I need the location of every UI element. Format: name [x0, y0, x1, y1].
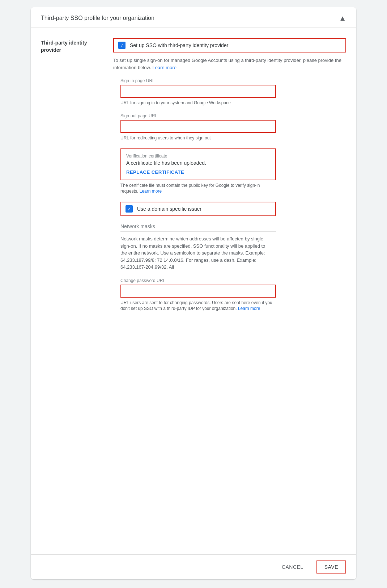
card-header: Third-party SSO profile for your organiz…	[31, 7, 356, 28]
change-password-label: Change password URL	[120, 278, 346, 283]
domain-issuer-checkbox-row[interactable]: ✓ Use a domain specific issuer	[120, 202, 276, 216]
domain-issuer-checkbox-label: Use a domain specific issuer	[137, 206, 201, 212]
collapse-icon[interactable]: ▲	[339, 14, 346, 22]
certificate-box: Verification certificate A certificate f…	[120, 148, 276, 180]
save-button[interactable]: SAVE	[316, 560, 346, 574]
change-password-url-group: Change password URL URL users are sent t…	[120, 278, 346, 312]
cert-status: A certificate file has been uploaded.	[126, 160, 270, 166]
verification-cert-group: Verification certificate A certificate f…	[120, 148, 346, 195]
field-label-text: Third-party identity provider	[41, 40, 87, 53]
domain-issuer-checkbox[interactable]: ✓	[126, 205, 133, 213]
form-fields-section: Sign-in page URL URL for signing in to y…	[113, 78, 346, 312]
sso-profile-card: Third-party SSO profile for your organiz…	[31, 7, 356, 579]
sso-checkbox[interactable]: ✓	[118, 42, 126, 49]
form-row: Third-party identity provider ✓ Set up S…	[41, 38, 346, 319]
sign-out-url-group: Sign-out page URL URL for redirecting us…	[120, 113, 346, 141]
sign-in-url-label: Sign-in page URL	[120, 78, 346, 83]
network-masks-group: Network masks Network masks determine wh…	[120, 223, 346, 271]
network-masks-heading: Network masks	[120, 223, 276, 232]
card-footer: CANCEL SAVE	[31, 554, 356, 579]
sign-in-url-help: URL for signing in to your system and Go…	[120, 100, 272, 106]
cancel-button[interactable]: CANCEL	[276, 561, 309, 573]
card-title: Third-party SSO profile for your organiz…	[41, 15, 154, 21]
cert-label: Verification certificate	[126, 154, 270, 159]
cert-learn-more-link[interactable]: Learn more	[140, 189, 162, 194]
replace-certificate-button[interactable]: REPLACE CERTIFICATE	[126, 169, 184, 175]
sign-out-url-input[interactable]	[120, 120, 276, 133]
domain-checkmark-icon: ✓	[127, 207, 131, 211]
change-password-url-input[interactable]	[120, 285, 276, 298]
sso-learn-more-link[interactable]: Learn more	[152, 65, 176, 70]
network-masks-description: Network masks determine which addresses …	[120, 235, 272, 271]
cert-help: The certificate file must contain the pu…	[120, 182, 272, 195]
sign-in-url-group: Sign-in page URL URL for signing in to y…	[120, 78, 346, 106]
sso-checkbox-row[interactable]: ✓ Set up SSO with third-party identity p…	[113, 38, 346, 52]
checkmark-icon: ✓	[120, 43, 124, 48]
change-password-help: URL users are sent to for changing passw…	[120, 300, 272, 312]
password-learn-more-link[interactable]: Learn more	[238, 306, 260, 311]
field-label-col: Third-party identity provider	[41, 38, 99, 319]
card-body: Third-party identity provider ✓ Set up S…	[31, 28, 356, 547]
sign-out-url-label: Sign-out page URL	[120, 113, 346, 118]
sso-description: To set up single sign-on for managed Goo…	[113, 57, 346, 71]
field-content-col: ✓ Set up SSO with third-party identity p…	[113, 38, 346, 319]
sign-in-url-input[interactable]	[120, 85, 276, 98]
sign-out-url-help: URL for redirecting users to when they s…	[120, 135, 272, 141]
sso-checkbox-label: Set up SSO with third-party identity pro…	[130, 42, 228, 48]
